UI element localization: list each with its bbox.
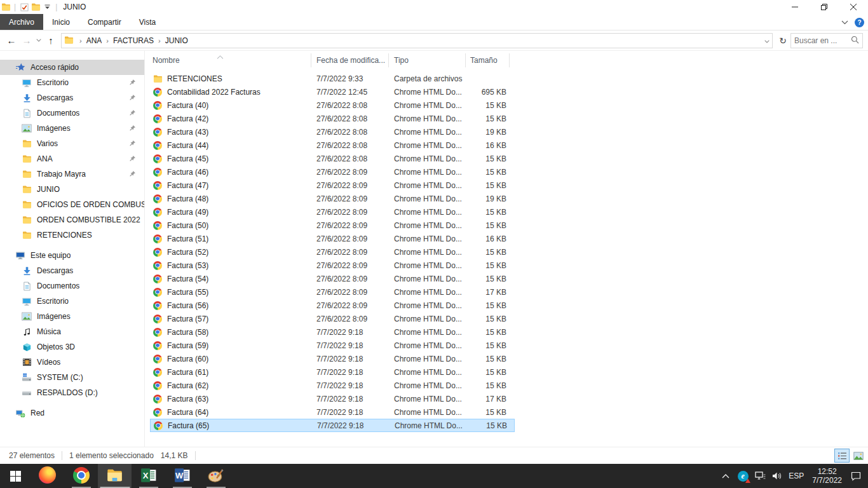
search-icon[interactable] (851, 36, 859, 46)
file-row-factura-52[interactable]: Factura (52)27/6/2022 8:09Chrome HTML Do… (150, 245, 515, 259)
column-header-tamano[interactable]: Tamaño (466, 53, 510, 67)
column-header-tipo[interactable]: Tipo (389, 53, 466, 67)
sidebar-item-oficios-de-orden-combusti[interactable]: OFICIOS DE ORDEN COMBUSTI (0, 197, 144, 212)
file-size: 695 KB (466, 88, 510, 97)
breadcrumb-ana[interactable]: ANA (86, 36, 102, 45)
action-center-icon[interactable] (850, 470, 862, 482)
file-row-factura-58[interactable]: Factura (58)7/7/2022 9:18Chrome HTML Do.… (150, 325, 515, 339)
sidebar-item-respaldos-d[interactable]: RESPALDOS (D:) (0, 385, 144, 400)
sidebar-item-v-deos[interactable]: Vídeos (0, 355, 144, 370)
file-name: Factura (63) (167, 395, 208, 403)
qat-new-folder-icon[interactable] (30, 1, 41, 13)
file-row-factura-40[interactable]: Factura (40)27/6/2022 8:08Chrome HTML Do… (150, 98, 515, 112)
taskbar-excel-button[interactable]: X (132, 464, 165, 488)
chrome-icon (153, 167, 163, 177)
ribbon-tab-vista[interactable]: Vista (130, 14, 165, 30)
qat-customize-dropdown-icon[interactable] (41, 1, 53, 13)
file-row-factura-48[interactable]: Factura (48)27/6/2022 8:09Chrome HTML Do… (150, 192, 515, 205)
qat-properties-icon[interactable] (18, 1, 30, 13)
file-type: Chrome HTML Do... (389, 194, 466, 203)
breadcrumb-facturas[interactable]: FACTURAS (113, 36, 154, 45)
file-row-factura-42[interactable]: Factura (42)27/6/2022 8:08Chrome HTML Do… (150, 112, 515, 125)
ribbon-tab-archivo[interactable]: Archivo (0, 14, 43, 30)
sidebar-item-system-c[interactable]: SYSTEM (C:) (0, 370, 144, 385)
ribbon-tab-inicio[interactable]: Inicio (43, 14, 79, 30)
eset-antivirus-icon[interactable]: e (737, 470, 749, 482)
file-row-factura-49[interactable]: Factura (49)27/6/2022 8:09Chrome HTML Do… (150, 205, 515, 219)
start-button[interactable] (0, 464, 31, 488)
file-row-factura-44[interactable]: Factura (44)27/6/2022 8:08Chrome HTML Do… (150, 139, 515, 152)
file-row-factura-59[interactable]: Factura (59)7/7/2022 9:18Chrome HTML Do.… (150, 339, 515, 352)
sidebar-section-quick-access[interactable]: Acceso rápido (0, 60, 144, 75)
sidebar-item-orden-combustible-2022[interactable]: ORDEN COMBUSTIBLE 2022 (0, 212, 144, 227)
file-row-factura-46[interactable]: Factura (46)27/6/2022 8:09Chrome HTML Do… (150, 165, 515, 179)
file-name: Factura (44) (167, 141, 208, 150)
file-row-factura-63[interactable]: Factura (63)7/7/2022 9:18Chrome HTML Do.… (150, 392, 515, 405)
file-row-factura-57[interactable]: Factura (57)27/6/2022 8:09Chrome HTML Do… (150, 312, 515, 325)
column-header-nombre[interactable]: Nombre (150, 53, 311, 67)
file-row-factura-50[interactable]: Factura (50)27/6/2022 8:09Chrome HTML Do… (150, 219, 515, 232)
file-row-contabilidad-2022-facturas[interactable]: Contabilidad 2022 Facturas7/7/2022 12:45… (150, 85, 515, 98)
sidebar-item-im-genes[interactable]: Imágenes (0, 309, 144, 324)
file-row-factura-62[interactable]: Factura (62)7/7/2022 9:18Chrome HTML Do.… (150, 379, 515, 392)
taskbar-chrome-button[interactable] (64, 464, 98, 488)
ribbon-tab-compartir[interactable]: Compartir (79, 14, 130, 30)
file-row-factura-61[interactable]: Factura (61)7/7/2022 9:18Chrome HTML Do.… (150, 365, 515, 379)
file-row-factura-43[interactable]: Factura (43)27/6/2022 8:08Chrome HTML Do… (150, 125, 515, 139)
details-view-button[interactable] (834, 449, 850, 463)
up-button[interactable]: ↑ (43, 33, 58, 48)
address-bar[interactable]: ›ANA›FACTURAS›JUNIO (61, 33, 773, 48)
file-row-retenciones[interactable]: RETENCIONES7/7/2022 9:33Carpeta de archi… (150, 72, 515, 85)
sidebar-item-ana[interactable]: ANA (0, 151, 144, 166)
sidebar-item-escritorio[interactable]: Escritorio (0, 75, 144, 90)
sidebar-item-im-genes[interactable]: Imágenes (0, 121, 144, 136)
sidebar-item-retenciones[interactable]: RETENCIONES (0, 227, 144, 243)
refresh-icon[interactable]: ↻ (775, 33, 790, 48)
file-row-factura-53[interactable]: Factura (53)27/6/2022 8:09Chrome HTML Do… (150, 259, 515, 272)
ribbon-collapse-icon[interactable] (841, 18, 848, 27)
address-dropdown-icon[interactable] (764, 36, 770, 45)
sidebar-item-descargas[interactable]: Descargas (0, 263, 144, 278)
file-row-factura-56[interactable]: Factura (56)27/6/2022 8:09Chrome HTML Do… (150, 299, 515, 312)
sidebar-section-network[interactable]: Red (0, 405, 144, 421)
restore-button[interactable] (810, 0, 839, 14)
taskbar-clock[interactable]: 12:52 7/7/2022 (812, 467, 842, 485)
file-row-factura-60[interactable]: Factura (60)7/7/2022 9:18Chrome HTML Do.… (150, 352, 515, 365)
sidebar-item-documentos[interactable]: Documentos (0, 105, 144, 121)
sidebar-item-documentos[interactable]: Documentos (0, 278, 144, 294)
language-indicator[interactable]: ESP (789, 471, 804, 480)
help-icon[interactable]: ? (855, 18, 864, 27)
taskbar-word-button[interactable]: W (165, 464, 199, 488)
sidebar-section-this-pc[interactable]: Este equipo (0, 248, 144, 263)
volume-icon[interactable] (771, 470, 783, 482)
file-row-factura-64[interactable]: Factura (64)7/7/2022 9:18Chrome HTML Do.… (150, 405, 515, 419)
tray-chevron-up-icon[interactable] (720, 470, 731, 482)
taskbar-firefox-button[interactable] (31, 464, 64, 488)
forward-button[interactable]: → (19, 33, 34, 48)
file-row-factura-47[interactable]: Factura (47)27/6/2022 8:09Chrome HTML Do… (150, 179, 515, 192)
thumbnails-view-button[interactable] (851, 449, 866, 463)
sidebar-item-trabajo-mayra[interactable]: Trabajo Mayra (0, 166, 144, 182)
minimize-button[interactable] (780, 0, 810, 14)
file-row-factura-51[interactable]: Factura (51)27/6/2022 8:09Chrome HTML Do… (150, 232, 515, 245)
file-row-factura-54[interactable]: Factura (54)27/6/2022 8:09Chrome HTML Do… (150, 272, 515, 285)
sidebar-item-junio[interactable]: JUNIO (0, 182, 144, 197)
file-row-factura-45[interactable]: Factura (45)27/6/2022 8:08Chrome HTML Do… (150, 152, 515, 165)
file-row-factura-65[interactable]: Factura (65)7/7/2022 9:18Chrome HTML Do.… (150, 419, 515, 432)
taskbar-paint-button[interactable] (199, 464, 233, 488)
breadcrumb-junio[interactable]: JUNIO (165, 36, 188, 45)
search-input[interactable] (794, 36, 851, 45)
recent-locations-icon[interactable] (34, 33, 43, 48)
sidebar-item-objetos-3d[interactable]: Objetos 3D (0, 339, 144, 355)
file-row-factura-55[interactable]: Factura (55)27/6/2022 8:09Chrome HTML Do… (150, 285, 515, 299)
documents-icon (22, 281, 32, 291)
column-header-fecha[interactable]: Fecha de modifica... (311, 53, 389, 67)
close-button[interactable] (839, 0, 868, 14)
sidebar-item-m-sica[interactable]: Música (0, 324, 144, 339)
sidebar-item-descargas[interactable]: Descargas (0, 90, 144, 105)
back-button[interactable]: ← (4, 33, 19, 48)
taskbar-explorer-button[interactable] (98, 464, 132, 488)
network-tray-icon[interactable] (754, 470, 766, 482)
sidebar-item-escritorio[interactable]: Escritorio (0, 294, 144, 309)
sidebar-item-varios[interactable]: Varios (0, 136, 144, 151)
